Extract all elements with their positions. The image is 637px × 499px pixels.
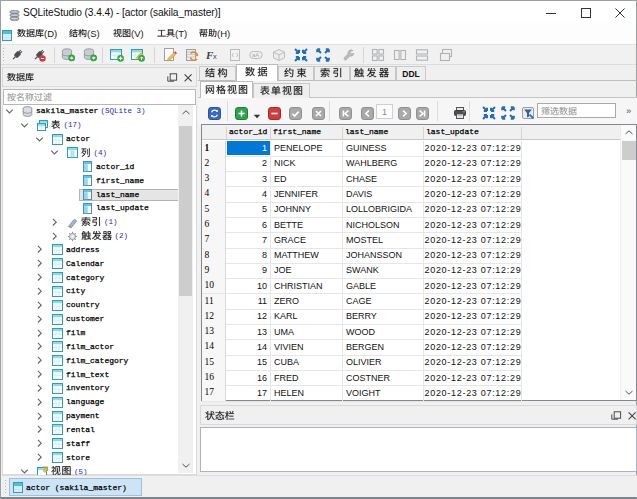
svg-text:x: x (213, 52, 217, 61)
svg-text:aA: aA (252, 52, 259, 58)
